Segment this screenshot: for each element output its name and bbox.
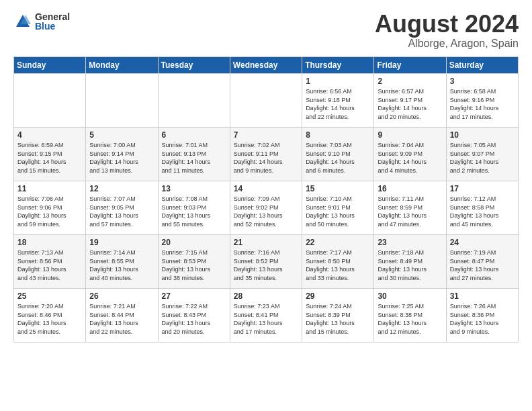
cell-info: Sunrise: 7:22 AMSunset: 8:43 PMDaylight:… (162, 303, 211, 335)
logo-icon (13, 12, 32, 31)
day-number: 6 (162, 130, 226, 140)
week-row-4: 18Sunrise: 7:13 AMSunset: 8:56 PMDayligh… (14, 235, 519, 289)
cell-info: Sunrise: 7:10 AMSunset: 9:01 PMDaylight:… (306, 195, 355, 228)
day-number: 3 (450, 77, 515, 86)
day-number: 30 (378, 291, 442, 301)
calendar-cell: 5Sunrise: 7:00 AMSunset: 9:14 PMDaylight… (86, 128, 158, 181)
cell-info: Sunrise: 7:00 AMSunset: 9:14 PMDaylight:… (89, 142, 138, 174)
cell-info: Sunrise: 7:23 AMSunset: 8:41 PMDaylight:… (234, 303, 283, 335)
calendar-cell: 31Sunrise: 7:26 AMSunset: 8:36 PMDayligh… (446, 289, 518, 342)
cell-info: Sunrise: 7:05 AMSunset: 9:07 PMDaylight:… (450, 142, 499, 174)
day-number: 15 (306, 184, 370, 193)
day-number: 20 (162, 238, 226, 247)
cell-info: Sunrise: 7:08 AMSunset: 9:03 PMDaylight:… (162, 195, 211, 228)
day-number: 11 (17, 184, 82, 193)
calendar-cell: 21Sunrise: 7:16 AMSunset: 8:52 PMDayligh… (230, 235, 302, 289)
calendar-cell: 10Sunrise: 7:05 AMSunset: 9:07 PMDayligh… (446, 128, 518, 181)
cell-info: Sunrise: 7:04 AMSunset: 9:09 PMDaylight:… (378, 142, 427, 174)
cell-info: Sunrise: 7:16 AMSunset: 8:52 PMDaylight:… (234, 249, 283, 281)
calendar-cell: 19Sunrise: 7:14 AMSunset: 8:55 PMDayligh… (86, 235, 158, 289)
header: General Blue August 2024 Alborge, Aragon… (13, 12, 519, 50)
day-number: 9 (378, 130, 442, 140)
cell-info: Sunrise: 7:15 AMSunset: 8:53 PMDaylight:… (162, 249, 211, 281)
cell-info: Sunrise: 7:26 AMSunset: 8:36 PMDaylight:… (450, 303, 499, 335)
day-number: 8 (306, 130, 370, 140)
logo-text: General Blue (35, 12, 70, 31)
calendar-cell: 9Sunrise: 7:04 AMSunset: 9:09 PMDaylight… (374, 128, 446, 181)
cell-info: Sunrise: 7:20 AMSunset: 8:46 PMDaylight:… (17, 303, 66, 335)
weekday-header-friday: Friday (374, 57, 446, 74)
day-number: 14 (234, 184, 298, 193)
cell-info: Sunrise: 7:02 AMSunset: 9:11 PMDaylight:… (234, 142, 283, 174)
page: General Blue August 2024 Alborge, Aragon… (0, 0, 532, 349)
calendar-cell: 20Sunrise: 7:15 AMSunset: 8:53 PMDayligh… (158, 235, 230, 289)
calendar-cell: 24Sunrise: 7:19 AMSunset: 8:47 PMDayligh… (446, 235, 518, 289)
calendar-cell: 26Sunrise: 7:21 AMSunset: 8:44 PMDayligh… (86, 289, 158, 342)
week-row-1: 1Sunrise: 6:56 AMSunset: 9:18 PMDaylight… (14, 74, 519, 128)
calendar-cell: 3Sunrise: 6:58 AMSunset: 9:16 PMDaylight… (446, 74, 518, 128)
weekday-header-saturday: Saturday (446, 57, 518, 74)
cell-info: Sunrise: 7:17 AMSunset: 8:50 PMDaylight:… (306, 249, 355, 281)
day-number: 23 (378, 238, 442, 247)
calendar-cell (14, 74, 86, 128)
day-number: 7 (234, 130, 298, 140)
calendar-cell: 8Sunrise: 7:03 AMSunset: 9:10 PMDaylight… (302, 128, 374, 181)
logo-blue-text: Blue (35, 21, 70, 31)
title-block: August 2024 Alborge, Aragon, Spain (375, 12, 519, 50)
calendar-cell: 25Sunrise: 7:20 AMSunset: 8:46 PMDayligh… (14, 289, 86, 342)
day-number: 19 (89, 238, 154, 247)
day-number: 5 (89, 130, 154, 140)
week-row-3: 11Sunrise: 7:06 AMSunset: 9:06 PMDayligh… (14, 181, 519, 235)
weekday-header-monday: Monday (86, 57, 158, 74)
week-row-5: 25Sunrise: 7:20 AMSunset: 8:46 PMDayligh… (14, 289, 519, 342)
calendar-cell: 7Sunrise: 7:02 AMSunset: 9:11 PMDaylight… (230, 128, 302, 181)
day-number: 2 (378, 77, 442, 86)
cell-info: Sunrise: 6:56 AMSunset: 9:18 PMDaylight:… (306, 88, 355, 120)
title-location: Alborge, Aragon, Spain (375, 38, 519, 50)
day-number: 28 (234, 291, 298, 301)
logo: General Blue (13, 12, 70, 31)
calendar-cell: 13Sunrise: 7:08 AMSunset: 9:03 PMDayligh… (158, 181, 230, 235)
calendar-cell: 12Sunrise: 7:07 AMSunset: 9:05 PMDayligh… (86, 181, 158, 235)
day-number: 10 (450, 130, 515, 140)
title-month: August 2024 (375, 12, 519, 36)
calendar-cell: 28Sunrise: 7:23 AMSunset: 8:41 PMDayligh… (230, 289, 302, 342)
calendar-cell: 30Sunrise: 7:25 AMSunset: 8:38 PMDayligh… (374, 289, 446, 342)
day-number: 24 (450, 238, 515, 247)
calendar-cell: 23Sunrise: 7:18 AMSunset: 8:49 PMDayligh… (374, 235, 446, 289)
day-number: 13 (162, 184, 226, 193)
calendar-cell: 11Sunrise: 7:06 AMSunset: 9:06 PMDayligh… (14, 181, 86, 235)
calendar-cell: 22Sunrise: 7:17 AMSunset: 8:50 PMDayligh… (302, 235, 374, 289)
cell-info: Sunrise: 6:57 AMSunset: 9:17 PMDaylight:… (378, 88, 427, 120)
calendar-cell: 6Sunrise: 7:01 AMSunset: 9:13 PMDaylight… (158, 128, 230, 181)
cell-info: Sunrise: 7:11 AMSunset: 8:59 PMDaylight:… (378, 195, 427, 228)
day-number: 27 (162, 291, 226, 301)
calendar-cell: 2Sunrise: 6:57 AMSunset: 9:17 PMDaylight… (374, 74, 446, 128)
cell-info: Sunrise: 7:07 AMSunset: 9:05 PMDaylight:… (89, 195, 138, 228)
cell-info: Sunrise: 7:03 AMSunset: 9:10 PMDaylight:… (306, 142, 355, 174)
logo-general-text: General (35, 12, 70, 21)
day-number: 25 (17, 291, 82, 301)
day-number: 17 (450, 184, 515, 193)
day-number: 22 (306, 238, 370, 247)
weekday-header-sunday: Sunday (14, 57, 86, 74)
calendar-header: SundayMondayTuesdayWednesdayThursdayFrid… (14, 57, 519, 74)
day-number: 31 (450, 291, 515, 301)
calendar-cell: 14Sunrise: 7:09 AMSunset: 9:02 PMDayligh… (230, 181, 302, 235)
day-number: 16 (378, 184, 442, 193)
calendar-cell: 16Sunrise: 7:11 AMSunset: 8:59 PMDayligh… (374, 181, 446, 235)
cell-info: Sunrise: 7:13 AMSunset: 8:56 PMDaylight:… (17, 249, 66, 281)
cell-info: Sunrise: 7:06 AMSunset: 9:06 PMDaylight:… (17, 195, 66, 228)
cell-info: Sunrise: 7:25 AMSunset: 8:38 PMDaylight:… (378, 303, 427, 335)
weekday-header-tuesday: Tuesday (158, 57, 230, 74)
cell-info: Sunrise: 6:59 AMSunset: 9:15 PMDaylight:… (17, 142, 66, 174)
calendar-cell: 17Sunrise: 7:12 AMSunset: 8:58 PMDayligh… (446, 181, 518, 235)
cell-info: Sunrise: 7:12 AMSunset: 8:58 PMDaylight:… (450, 195, 499, 228)
cell-info: Sunrise: 7:14 AMSunset: 8:55 PMDaylight:… (89, 249, 138, 281)
day-number: 18 (17, 238, 82, 247)
weekday-row: SundayMondayTuesdayWednesdayThursdayFrid… (14, 57, 519, 74)
calendar-cell: 29Sunrise: 7:24 AMSunset: 8:39 PMDayligh… (302, 289, 374, 342)
cell-info: Sunrise: 7:24 AMSunset: 8:39 PMDaylight:… (306, 303, 355, 335)
calendar-cell (158, 74, 230, 128)
day-number: 26 (89, 291, 154, 301)
